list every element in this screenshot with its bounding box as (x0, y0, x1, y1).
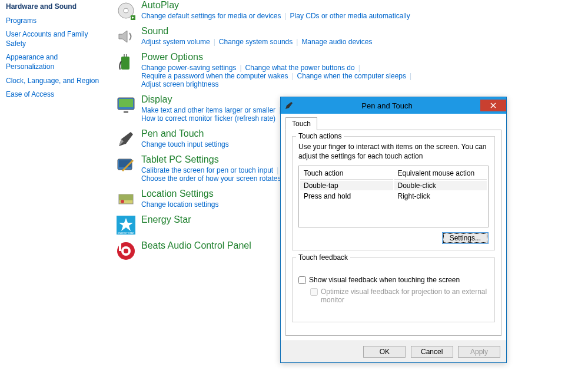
svg-rect-9 (119, 99, 133, 107)
link-touch-settings[interactable]: Change touch input settings (141, 140, 229, 148)
pen-and-touch-dialog: Pen and Touch Touch Touch actions Use yo… (280, 97, 507, 363)
pen-icon (117, 130, 135, 148)
link-computer-sleeps[interactable]: Change when the computer sleeps (297, 72, 406, 80)
svg-point-18 (121, 200, 124, 203)
link-system-sounds[interactable]: Change system sounds (219, 38, 293, 46)
show-visual-feedback-checkbox[interactable] (298, 276, 306, 284)
settings-button[interactable]: Settings... (442, 232, 489, 244)
svg-marker-4 (119, 31, 127, 42)
svg-marker-26 (285, 102, 293, 109)
link-location-settings[interactable]: Change location settings (141, 200, 218, 209)
optimize-projection-checkbox (310, 288, 318, 296)
svg-text:ENERGY STAR: ENERGY STAR (118, 232, 134, 235)
touch-actions-group: Touch actions Use your finger to interac… (292, 136, 495, 250)
control-panel-sidebar: Hardware and Sound Programs User Account… (6, 0, 106, 102)
link-calibrate-screen[interactable]: Calibrate the screen for pen or touch in… (141, 166, 273, 174)
dialog-title: Pen and Touch (294, 101, 480, 110)
touch-feedback-legend: Touch feedback (296, 253, 350, 262)
category-title-location[interactable]: Location Settings (141, 189, 214, 199)
category-autoplay: AutoPlay Change default settings for med… (117, 0, 570, 20)
link-adjust-volume[interactable]: Adjust system volume (141, 38, 210, 46)
table-row[interactable]: Press and hold Right-click (300, 192, 487, 201)
link-power-buttons[interactable]: Change what the power buttons do (245, 64, 355, 72)
sidebar-item-appearance[interactable]: Appearance and Personalization (6, 51, 106, 74)
col-mouse-action: Equivalent mouse action (394, 167, 487, 180)
category-title-beats[interactable]: Beats Audio Control Panel (141, 240, 251, 251)
category-sound: Sound Adjust system volume|Change system… (117, 26, 570, 46)
touch-actions-desc: Use your finger to interact with items o… (298, 143, 489, 161)
svg-point-1 (124, 8, 128, 13)
sound-icon (117, 27, 135, 46)
close-icon (490, 103, 496, 108)
show-visual-feedback-label: Show visual feedback when touching the s… (309, 276, 460, 284)
svg-rect-25 (119, 242, 121, 251)
dialog-titlebar[interactable]: Pen and Touch (281, 97, 506, 114)
energy-star-icon: ENERGY STAR (117, 216, 135, 235)
sidebar-item-hardware-sound[interactable]: Hardware and Sound (6, 0, 106, 14)
apply-button[interactable]: Apply (458, 346, 500, 358)
location-icon (117, 190, 135, 209)
col-touch-action: Touch action (300, 167, 393, 180)
power-icon (117, 53, 135, 72)
sidebar-item-programs[interactable]: Programs (6, 14, 106, 28)
category-title-energy-star[interactable]: Energy Star (141, 214, 191, 225)
autoplay-icon (117, 1, 135, 20)
category-title-power[interactable]: Power Options (141, 52, 203, 62)
svg-rect-10 (124, 111, 128, 113)
link-text-size[interactable]: Make text and other items larger or smal… (141, 106, 275, 114)
touch-feedback-group: Touch feedback Show visual feedback when… (292, 257, 495, 322)
close-button[interactable] (480, 100, 506, 111)
svg-point-24 (124, 249, 128, 253)
category-title-tablet-pc[interactable]: Tablet PC Settings (141, 154, 219, 165)
category-title-autoplay[interactable]: AutoPlay (141, 0, 179, 11)
dialog-pen-icon (284, 101, 294, 110)
sidebar-item-ease-of-access[interactable]: Ease of Access (6, 88, 106, 102)
link-power-saving[interactable]: Change power-saving settings (141, 64, 236, 72)
category-title-sound[interactable]: Sound (141, 26, 168, 37)
link-screen-brightness[interactable]: Adjust screen brightness (141, 80, 218, 88)
show-visual-feedback-row[interactable]: Show visual feedback when touching the s… (298, 276, 489, 284)
sidebar-item-clock-language[interactable]: Clock, Language, and Region (6, 74, 106, 88)
touch-actions-legend: Touch actions (296, 132, 344, 140)
ok-button[interactable]: OK (363, 346, 406, 358)
cancel-button[interactable]: Cancel (411, 346, 453, 358)
sidebar-item-user-accounts[interactable]: User Accounts and Family Safety (6, 28, 106, 51)
category-title-display[interactable]: Display (141, 94, 172, 105)
optimize-projection-label: Optimize visual feedback for projection … (321, 288, 489, 304)
link-screen-rotate-order[interactable]: Choose the order of how your screen rota… (141, 174, 281, 183)
svg-rect-7 (126, 54, 127, 57)
tablet-icon (117, 156, 135, 174)
svg-rect-17 (119, 194, 133, 200)
link-autoplay-settings[interactable]: Change default settings for media or dev… (141, 12, 281, 20)
optimize-projection-row: Optimize visual feedback for projection … (310, 288, 489, 304)
link-audio-devices[interactable]: Manage audio devices (301, 38, 372, 46)
link-require-password[interactable]: Require a password when the computer wak… (141, 72, 288, 80)
svg-rect-6 (124, 54, 125, 57)
link-monitor-flicker[interactable]: How to correct monitor flicker (refresh … (141, 114, 275, 123)
tab-panel: Touch actions Use your finger to interac… (285, 130, 501, 336)
touch-actions-table[interactable]: Touch action Equivalent mouse action Dou… (298, 166, 489, 227)
category-power: Power Options Change power-saving settin… (117, 52, 570, 88)
beats-icon (117, 242, 135, 260)
category-title-pen-touch[interactable]: Pen and Touch (141, 128, 204, 139)
table-row[interactable]: Double-tap Double-click (300, 181, 487, 190)
tab-touch[interactable]: Touch (285, 117, 317, 130)
link-play-cds[interactable]: Play CDs or other media automatically (290, 12, 410, 20)
svg-rect-5 (121, 57, 129, 70)
display-icon (117, 95, 135, 114)
dialog-button-row: OK Cancel Apply (281, 341, 506, 362)
